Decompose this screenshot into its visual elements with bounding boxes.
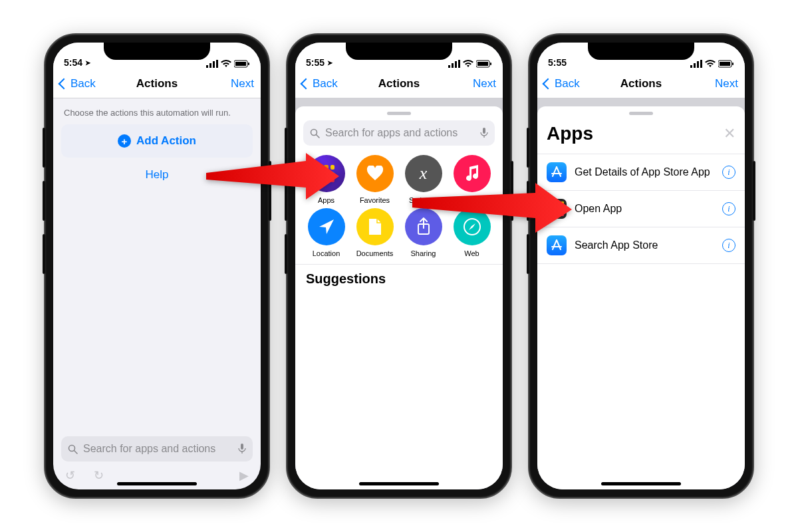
wifi-icon	[463, 60, 473, 68]
svg-rect-24	[690, 65, 692, 68]
redo-icon[interactable]: ↻	[94, 468, 104, 483]
chevron-left-icon	[543, 78, 554, 89]
prompt-text: Choose the actions this automation will …	[53, 98, 261, 124]
apps-sheet: Apps ✕ Get Details of App Store App i	[537, 106, 745, 489]
screen-3: 5:55 Back Actions Next	[537, 43, 745, 489]
apps-icon	[308, 155, 345, 192]
nav-bar: Back Actions Next	[295, 69, 503, 98]
sheet-grabber[interactable]	[629, 112, 653, 115]
appstore-icon	[547, 235, 567, 255]
next-button[interactable]: Next	[715, 77, 738, 90]
mic-icon[interactable]	[480, 128, 488, 138]
phone-frame-2: 5:55 ➤ Back Actions Next	[286, 33, 512, 499]
svg-rect-29	[720, 62, 730, 66]
list-item-label: Search App Store	[575, 239, 658, 251]
svg-rect-14	[458, 60, 460, 68]
screen-1: 5:54 ➤ Back Actions Next Choose the a	[53, 43, 261, 489]
category-media[interactable]: Media	[448, 155, 496, 204]
svg-rect-9	[241, 444, 243, 450]
info-icon[interactable]: i	[722, 202, 735, 215]
category-documents[interactable]: Documents	[350, 208, 399, 257]
status-time: 5:55	[548, 57, 567, 68]
status-right	[448, 60, 492, 68]
play-icon[interactable]: ▶	[239, 468, 249, 483]
list-item-search-appstore[interactable]: Search App Store i	[537, 227, 745, 264]
notch	[588, 43, 694, 60]
status-time: 5:54	[64, 57, 82, 68]
status-right	[206, 60, 250, 68]
sheet-title: Apps	[547, 123, 593, 144]
battery-icon	[234, 60, 250, 68]
mic-icon[interactable]	[238, 444, 246, 454]
info-icon[interactable]: i	[722, 166, 735, 179]
appstore-icon	[547, 162, 567, 182]
next-button[interactable]: Next	[473, 77, 496, 90]
cellular-icon	[206, 60, 218, 68]
status-time: 5:55	[306, 57, 325, 68]
location-arrow-icon: ➤	[327, 59, 332, 66]
notch	[346, 43, 452, 60]
apps-action-list: Get Details of App Store App i Open App	[537, 154, 745, 264]
svg-rect-3	[216, 60, 218, 68]
list-item-get-details[interactable]: Get Details of App Store App i	[537, 154, 745, 191]
back-button[interactable]: Back	[544, 77, 580, 90]
openapp-icon	[547, 199, 567, 219]
list-item-open-app[interactable]: Open App i	[537, 191, 745, 227]
music-note-icon	[454, 155, 491, 192]
battery-icon	[718, 60, 734, 68]
battery-icon	[476, 60, 492, 68]
status-right	[690, 60, 734, 68]
add-action-button[interactable]: + Add Action	[61, 124, 253, 158]
scripting-icon: x	[405, 155, 442, 192]
svg-rect-12	[452, 63, 454, 68]
list-item-label: Get Details of App Store App	[575, 166, 710, 178]
svg-line-8	[74, 450, 78, 454]
svg-rect-11	[448, 65, 450, 68]
category-sharing[interactable]: Sharing	[399, 208, 448, 257]
list-item-label: Open App	[575, 203, 622, 215]
wifi-icon	[221, 60, 231, 68]
home-indicator[interactable]	[359, 482, 439, 485]
search-icon	[310, 128, 320, 138]
location-arrow-icon: ➤	[85, 59, 90, 66]
category-grid: Apps Favorites x Scripting	[295, 155, 503, 264]
search-input[interactable]: Search for apps and actions	[303, 120, 495, 146]
phone-frame-1: 5:54 ➤ Back Actions Next Choose the a	[44, 33, 270, 499]
share-icon	[405, 208, 442, 245]
search-icon	[68, 444, 78, 454]
search-placeholder: Search for apps and actions	[325, 127, 458, 139]
category-apps[interactable]: Apps	[302, 155, 350, 204]
help-link[interactable]: Help	[53, 158, 261, 192]
svg-rect-1	[209, 63, 211, 68]
category-location[interactable]: Location	[302, 208, 350, 257]
close-button[interactable]: ✕	[724, 125, 735, 142]
location-icon	[308, 208, 345, 245]
heart-icon	[356, 155, 394, 192]
svg-line-19	[317, 134, 320, 138]
cellular-icon	[448, 60, 460, 68]
category-web[interactable]: Web	[448, 208, 496, 257]
nav-bar: Back Actions Next	[53, 69, 261, 98]
svg-rect-17	[490, 63, 491, 65]
compass-icon	[454, 208, 491, 245]
svg-rect-27	[700, 60, 702, 68]
undo-icon[interactable]: ↺	[65, 468, 75, 483]
next-button[interactable]: Next	[231, 77, 254, 90]
sheet-grabber[interactable]	[387, 112, 411, 115]
phone-frame-3: 5:55 Back Actions Next	[528, 33, 754, 499]
bottom-toolbar: ↺ ↻ ▶	[61, 462, 253, 483]
home-indicator[interactable]	[117, 482, 197, 485]
back-label: Back	[70, 77, 96, 90]
chevron-left-icon	[301, 78, 312, 89]
category-favorites[interactable]: Favorites	[350, 155, 399, 204]
home-indicator[interactable]	[601, 482, 681, 485]
back-button[interactable]: Back	[60, 77, 96, 90]
nav-bar: Back Actions Next	[537, 69, 745, 98]
category-scripting[interactable]: x Scripting	[399, 155, 448, 204]
search-input[interactable]: Search for apps and actions	[61, 436, 253, 462]
svg-rect-25	[694, 63, 696, 68]
info-icon[interactable]: i	[722, 239, 735, 252]
wifi-icon	[705, 60, 716, 68]
search-placeholder: Search for apps and actions	[83, 443, 215, 455]
back-button[interactable]: Back	[302, 77, 338, 90]
